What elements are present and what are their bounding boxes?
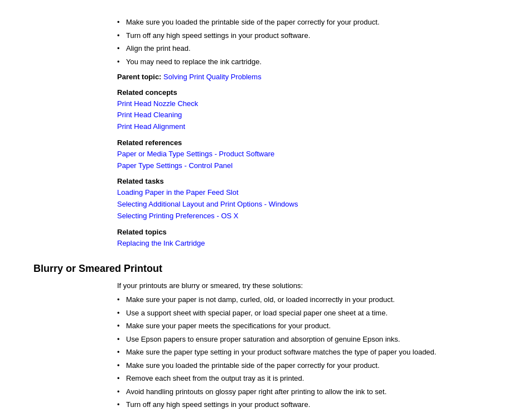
link-print-head-cleaning[interactable]: Print Head Cleaning: [117, 109, 499, 121]
bullet-item: Make sure you loaded the printable side …: [117, 17, 499, 28]
bullet-item: Make sure your paper is not damp, curled…: [117, 294, 499, 305]
link-selecting-additional-layout[interactable]: Selecting Additional Layout and Print Op…: [117, 199, 499, 210]
related-concepts-label: Related concepts: [117, 88, 499, 97]
bullet-item: Avoid handling printouts on glossy paper…: [117, 386, 499, 397]
related-topics-section: Related topics Replacing the Ink Cartrid…: [117, 228, 499, 250]
parent-topic-row: Parent topic: Solving Print Quality Prob…: [117, 71, 499, 83]
link-paper-type-settings-control-panel[interactable]: Paper Type Settings - Control Panel: [117, 160, 499, 172]
bullet-item: Remove each sheet from the output tray a…: [117, 373, 499, 384]
related-references-label: Related references: [117, 138, 499, 147]
link-print-head-nozzle-check[interactable]: Print Head Nozzle Check: [117, 98, 499, 110]
link-selecting-printing-preferences[interactable]: Selecting Printing Preferences - OS X: [117, 210, 499, 222]
bullet-item: You may need to replace the ink cartridg…: [117, 56, 499, 68]
link-paper-media-type-settings[interactable]: Paper or Media Type Settings - Product S…: [117, 148, 499, 160]
top-bullets: Make sure you loaded the printable side …: [117, 17, 499, 67]
link-print-head-alignment[interactable]: Print Head Alignment: [117, 121, 499, 133]
related-concepts-section: Related concepts Print Head Nozzle Check…: [117, 88, 499, 133]
link-loading-paper[interactable]: Loading Paper in the Paper Feed Slot: [117, 187, 499, 199]
top-bullet-section: Make sure you loaded the printable side …: [117, 17, 499, 250]
related-tasks-label: Related tasks: [117, 177, 499, 185]
parent-topic-label: Parent topic:: [117, 73, 161, 81]
related-topics-label: Related topics: [117, 228, 499, 236]
bullet-item: Use Epson papers to ensure proper satura…: [117, 334, 499, 345]
intro-text: If your printouts are blurry or smeared,…: [117, 280, 499, 291]
bullet-item: Turn off any high speed settings in your…: [117, 30, 499, 41]
link-replacing-ink-cartridge[interactable]: Replacing the Ink Cartridge: [117, 238, 499, 250]
blurry-bullets: Make sure your paper is not damp, curled…: [117, 294, 499, 410]
related-tasks-section: Related tasks Loading Paper in the Paper…: [117, 177, 499, 222]
parent-topic-link[interactable]: Solving Print Quality Problems: [163, 73, 262, 81]
bullet-item: Turn off any high speed settings in your…: [117, 399, 499, 410]
chapter-heading: Blurry or Smeared Printout: [33, 263, 499, 275]
page: Make sure you loaded the printable side …: [0, 0, 532, 412]
related-references-section: Related references Paper or Media Type S…: [117, 138, 499, 172]
bullet-item: Make sure your paper meets the specifica…: [117, 320, 499, 332]
bullet-item: Make sure the paper type setting in your…: [117, 347, 499, 358]
bullet-item: Align the print head.: [117, 43, 499, 54]
bullet-item: Use a support sheet with special paper, …: [117, 308, 499, 319]
blurry-bullets-section: Make sure your paper is not damp, curled…: [117, 294, 499, 410]
bullet-item: Make sure you loaded the printable side …: [117, 360, 499, 371]
